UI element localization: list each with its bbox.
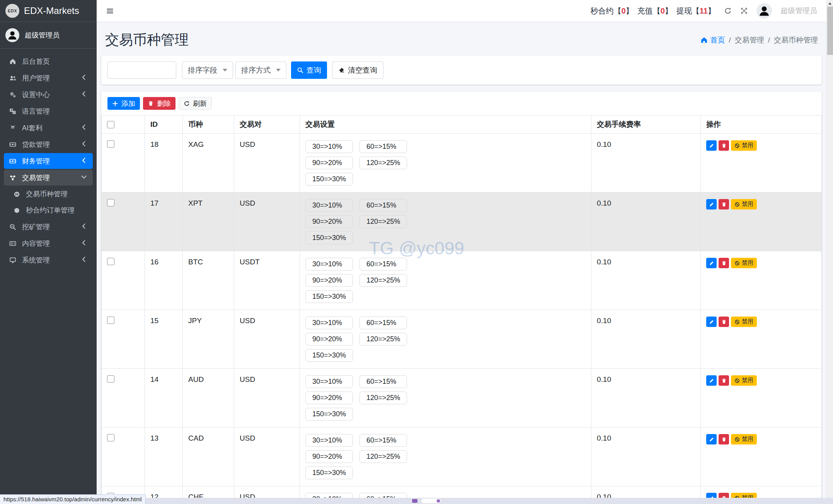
- row-checkbox[interactable]: [107, 199, 114, 206]
- sidebar-item[interactable]: 后台首页: [4, 53, 93, 69]
- pencil-icon: [709, 261, 714, 266]
- row-checkbox[interactable]: [107, 258, 114, 265]
- edit-button[interactable]: [706, 317, 717, 327]
- trade-setting-chip[interactable]: 120=>25%: [359, 392, 407, 404]
- delete-row-button[interactable]: [719, 258, 729, 268]
- delete-button[interactable]: 删除: [143, 97, 175, 110]
- trade-setting-chip[interactable]: 30=>10%: [305, 375, 353, 388]
- sidebar-item[interactable]: 内容管理: [4, 235, 93, 251]
- stat-suffix: 】: [626, 7, 634, 15]
- trade-setting-chip[interactable]: 150=>30%: [305, 290, 353, 303]
- trade-setting-chip[interactable]: 150=>30%: [305, 408, 353, 421]
- trade-setting-chip[interactable]: 150=>30%: [305, 349, 353, 362]
- trade-setting-chip[interactable]: 60=>15%: [359, 375, 407, 388]
- clear-search-button[interactable]: 清空查询: [332, 61, 383, 79]
- scroll-up-arrow-icon[interactable]: [828, 2, 831, 5]
- trade-setting-chip[interactable]: 30=>10%: [305, 317, 353, 329]
- topbar-avatar[interactable]: [756, 3, 772, 19]
- sidebar-item[interactable]: 财务管理: [4, 153, 93, 169]
- trade-setting-chip[interactable]: 90=>20%: [305, 392, 353, 404]
- user-icon: [7, 29, 18, 41]
- cell-id: 14: [145, 369, 183, 427]
- refresh-button[interactable]: 刷新: [179, 97, 212, 110]
- edit-button[interactable]: [706, 375, 717, 386]
- trade-setting-chip[interactable]: 90=>20%: [305, 274, 353, 287]
- trade-setting-chip[interactable]: 150=>30%: [305, 173, 353, 186]
- trade-setting-chip[interactable]: 30=>10%: [305, 199, 353, 212]
- disable-button-label: 禁用: [742, 259, 753, 267]
- trade-setting-chip[interactable]: 90=>20%: [305, 450, 353, 463]
- delete-row-button[interactable]: [719, 375, 729, 386]
- trade-setting-chip[interactable]: 30=>10%: [305, 434, 353, 447]
- sidebar-item-label: 财务管理: [22, 157, 75, 166]
- sidebar: EDX EDX-Markets 超级管理员 后台首页用户管理设置中心Az语言管理…: [0, 0, 97, 504]
- sidebar-item[interactable]: 交易管理: [4, 170, 93, 186]
- trade-setting-chip[interactable]: 120=>25%: [359, 215, 407, 228]
- scrollbar-thumb[interactable]: [827, 7, 833, 55]
- sidebar-subitem[interactable]: 秒合约订单管理: [4, 203, 93, 218]
- breadcrumb-item[interactable]: 首页: [700, 35, 725, 45]
- trade-setting-chip[interactable]: 30=>10%: [305, 140, 353, 153]
- disable-button[interactable]: 禁用: [731, 375, 757, 386]
- trade-setting-chip[interactable]: 60=>15%: [359, 258, 407, 271]
- sidebar-item-label: 内容管理: [22, 239, 75, 248]
- delete-row-button[interactable]: [719, 199, 729, 209]
- sidebar-item[interactable]: 挖矿管理: [4, 219, 93, 235]
- sort-order-select[interactable]: 排序方式: [235, 61, 286, 79]
- sidebar-item[interactable]: 贷款管理: [4, 136, 93, 152]
- content-area: 交易币种管理 首页/交易管理/交易币种管理 排序字段 排序方式 查询 清空查询 …: [97, 0, 826, 504]
- menu-toggle-button[interactable]: [106, 7, 114, 15]
- trade-setting-chip[interactable]: 120=>25%: [359, 274, 407, 287]
- trade-setting-chip[interactable]: 150=>30%: [305, 232, 353, 244]
- refresh-page-button[interactable]: [724, 7, 732, 15]
- delete-row-button[interactable]: [719, 317, 729, 327]
- edit-button[interactable]: [706, 258, 717, 268]
- trade-setting-chip[interactable]: 120=>25%: [359, 333, 407, 346]
- sidebar-subitem-label: 秒合约订单管理: [26, 206, 88, 215]
- trade-setting-chip[interactable]: 30=>10%: [305, 258, 353, 271]
- disable-button[interactable]: 禁用: [731, 317, 757, 327]
- row-checkbox[interactable]: [107, 317, 114, 324]
- vertical-scrollbar[interactable]: [826, 0, 833, 504]
- select-all-checkbox[interactable]: [107, 121, 114, 128]
- sidebar-item[interactable]: 用户管理: [4, 70, 93, 86]
- edit-button[interactable]: [706, 199, 717, 209]
- disable-button[interactable]: 禁用: [731, 258, 757, 268]
- disable-button[interactable]: 禁用: [731, 199, 757, 209]
- row-checkbox[interactable]: [107, 375, 114, 383]
- sidebar-item[interactable]: Az语言管理: [4, 103, 93, 119]
- trade-setting-chip[interactable]: 90=>20%: [305, 157, 353, 169]
- user-panel[interactable]: 超级管理员: [0, 22, 97, 49]
- edit-button[interactable]: [706, 434, 717, 444]
- row-checkbox[interactable]: [107, 434, 114, 441]
- sidebar-subitem[interactable]: 交易币种管理: [4, 186, 93, 202]
- sidebar-item[interactable]: 设置中心: [4, 87, 93, 102]
- sidebar-item[interactable]: 系统管理: [4, 252, 93, 268]
- trade-setting-chip[interactable]: 60=>15%: [359, 317, 407, 329]
- disable-button[interactable]: 禁用: [731, 434, 757, 444]
- add-button[interactable]: 添加: [107, 97, 140, 110]
- brand[interactable]: EDX EDX-Markets: [0, 0, 97, 22]
- search-button[interactable]: 查询: [291, 61, 327, 79]
- trade-setting-chip[interactable]: 90=>20%: [305, 333, 353, 346]
- breadcrumb-item: 交易币种管理: [774, 35, 818, 45]
- sidebar-item[interactable]: AI套利: [4, 120, 93, 136]
- sort-field-select[interactable]: 排序字段: [182, 61, 233, 79]
- delete-row-button[interactable]: [719, 140, 729, 151]
- trade-setting-chip[interactable]: 90=>20%: [305, 215, 353, 228]
- trash-icon: [721, 437, 727, 442]
- delete-row-button[interactable]: [719, 434, 729, 444]
- trade-setting-chip[interactable]: 60=>15%: [359, 199, 407, 212]
- edit-button[interactable]: [706, 140, 717, 151]
- disable-button[interactable]: 禁用: [731, 140, 757, 151]
- trade-setting-chip[interactable]: 150=>30%: [305, 467, 353, 479]
- trade-setting-chip[interactable]: 60=>15%: [359, 140, 407, 153]
- search-input[interactable]: [107, 61, 176, 79]
- trade-setting-chip[interactable]: 120=>25%: [359, 450, 407, 463]
- column-header: ID: [145, 116, 183, 134]
- trade-setting-chip[interactable]: 60=>15%: [359, 434, 407, 447]
- trade-setting-chip[interactable]: 120=>25%: [359, 157, 407, 169]
- stat-count: 0: [661, 7, 665, 15]
- fullscreen-button[interactable]: [740, 7, 748, 15]
- row-checkbox[interactable]: [107, 140, 114, 148]
